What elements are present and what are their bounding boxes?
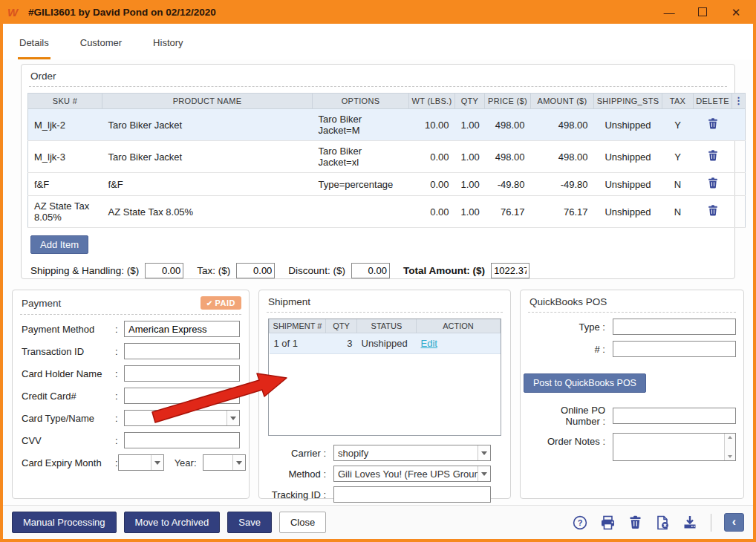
save-button[interactable]: Save [227,512,272,533]
close-button[interactable]: Close [279,512,326,533]
chevron-down-icon [232,455,245,470]
scroll-up-icon[interactable] [728,436,732,439]
edit-shipment-link[interactable]: Edit [421,338,437,349]
scrollbar[interactable] [724,434,735,460]
table-row: f&F f&F Type=percentage 0.00 1.00 -49.80… [28,173,746,196]
delete-item-button[interactable] [708,205,718,218]
scroll-down-icon[interactable] [728,455,732,458]
export-icon[interactable] [682,515,698,531]
cell-price: 76.17 [485,196,531,228]
col-price: PRICE ($) [485,94,531,109]
delete-item-button[interactable] [708,177,718,191]
col-shipping-status: SHIPPING_STS [594,94,662,109]
col-weight: WT (LBS.) [409,94,455,109]
tracking-id-label: Tracking ID : [268,489,333,500]
tab-customer[interactable]: Customer [79,36,123,59]
delete-icon[interactable] [627,515,643,531]
tab-history[interactable]: History [151,36,184,59]
cell-wt: 0.00 [409,196,455,228]
cell-product: AZ State Tax 8.05% [102,196,313,228]
tracking-id-input[interactable] [333,486,491,503]
order-detail-window: W #GILI3601 by David Pond on 02/12/2020 … [0,0,756,542]
cell-shipment-status: Unshipped [357,333,417,354]
qb-type-label: Type : [529,321,613,333]
delete-item-button[interactable] [708,118,718,131]
order-section: Order SKU # PRODUCT NAME OPTIONS WT (LBS… [21,64,735,279]
paid-status-badge: ✔PAID [201,296,241,310]
year-label: Year: [175,457,197,468]
discount-input[interactable] [351,263,390,278]
move-to-archived-button[interactable]: Move to Archived [124,512,221,533]
col-sku: SKU # [28,94,102,109]
total-amount-input[interactable] [491,263,529,278]
shipping-handling-label: Shipping & Handling: ($) [30,265,139,276]
cell-sku: f&F [28,173,102,196]
card-type-select[interactable] [124,410,240,426]
cell-product: Taro Biker Jacket [102,109,313,141]
transaction-id-input[interactable] [124,343,240,359]
manual-processing-button[interactable]: Manual Processing [12,512,117,533]
cell-amount: 498.00 [531,141,594,173]
divider [267,312,503,313]
method-select[interactable]: Gili Loves You! (Free UPS Ground [333,466,491,482]
cell-sku: M_ljk-2 [28,109,102,141]
chevron-down-icon [478,466,490,481]
post-to-quickbooks-button[interactable]: Post to QuickBooks POS [524,373,646,393]
discount-label: Discount: ($) [288,265,345,276]
order-section-title: Order [30,71,56,82]
shipment-table: SHIPMENT # QTY STATUS ACTION 1 of 1 3 Un… [269,319,501,354]
col-tax: TAX [662,94,694,109]
credit-card-input[interactable] [124,388,240,404]
col-options: OPTIONS [313,94,409,109]
col-amount: AMOUNT ($) [531,94,594,109]
cell-tax: Y [662,141,694,173]
maximize-icon[interactable] [698,7,707,16]
col-shipment-number: SHIPMENT # [270,319,326,333]
payment-method-input[interactable] [124,321,240,337]
cancel-document-icon[interactable] [654,515,671,531]
cell-price: 498.00 [485,109,531,141]
tax-input[interactable] [236,263,275,278]
trash-icon [708,205,718,216]
shipping-handling-input[interactable] [145,263,183,278]
print-icon[interactable] [599,515,616,531]
payment-method-label: Payment Method [22,324,115,335]
footer-bar: Manual Processing Move to Archived Save … [3,505,753,539]
card-holder-name-input[interactable] [124,365,240,382]
qb-number-input[interactable] [613,341,736,357]
divider [711,514,711,532]
transaction-id-label: Transaction ID [22,346,115,357]
cvv-input[interactable] [124,432,240,448]
close-icon[interactable]: ✕ [729,7,743,18]
quickbooks-section-title: QuickBooks POS [529,296,607,307]
payment-section: Payment ✔PAID Payment Method : Transacti… [12,290,250,499]
column-menu-icon[interactable]: ⋮ [732,94,746,109]
carrier-select[interactable]: shopify [333,445,491,461]
tax-label: Tax: ($) [197,265,230,276]
tab-bar: Details Customer History [3,24,753,59]
cell-shipment-qty: 3 [326,333,357,354]
card-expiry-month-label: Card Expiry Month [22,457,115,468]
expiry-month-select[interactable] [118,454,164,471]
qb-type-input[interactable] [613,319,736,335]
quickbooks-pos-section: QuickBooks POS Type : # : Post to QuickB… [520,290,744,499]
cell-shipping-status: Unshipped [594,173,662,196]
online-po-number-label: Online PO Number : [529,405,613,427]
delete-item-button[interactable] [708,150,718,163]
cell-shipping-status: Unshipped [594,141,662,173]
expiry-year-select[interactable] [203,454,246,471]
shipment-section-title: Shipment [268,296,310,307]
add-item-button[interactable]: Add Item [30,235,88,254]
cell-tax: N [662,173,694,196]
table-row: M_ljk-3 Taro Biker Jacket Taro Biker Jac… [28,141,746,173]
table-row: AZ State Tax 8.05% AZ State Tax 8.05% 0.… [28,196,746,228]
order-notes-textarea[interactable] [613,433,736,461]
tab-details[interactable]: Details [18,36,50,59]
cell-qty: 1.00 [455,196,485,228]
cell-amount: 498.00 [531,109,594,141]
help-icon[interactable]: ? [572,515,588,531]
minimize-icon[interactable]: — [662,7,676,18]
collapse-icon[interactable]: ‹ [724,513,744,532]
cell-wt: 0.00 [409,141,455,173]
online-po-number-input[interactable] [613,408,736,424]
